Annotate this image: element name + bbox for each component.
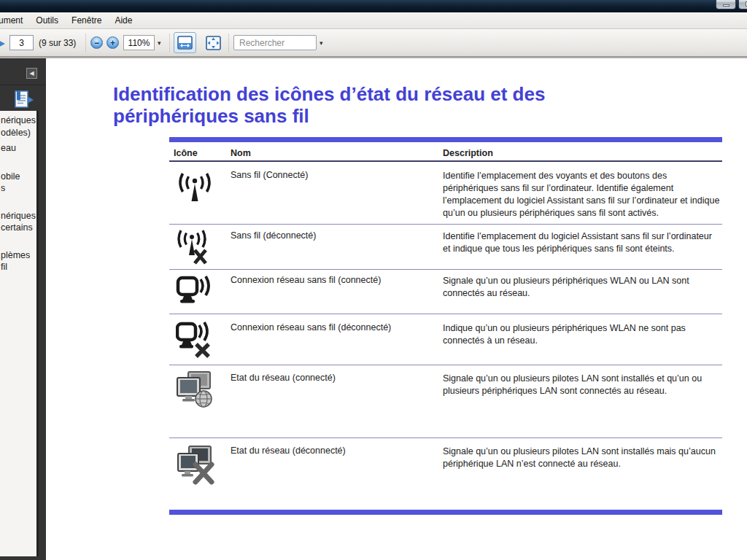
table-row: Connexion réseau sans fil (déconnecté) I… [169,314,722,365]
row-description: Identifie l’emplacement des voyants et d… [443,170,721,219]
minimize-button[interactable] [716,0,736,9]
zoom-dropdown-icon[interactable]: ▾ [158,39,161,47]
scroll-fit-width-button[interactable] [174,32,196,53]
page-count-label: (9 sur 33) [39,38,76,48]
toolbar-separator [169,34,170,52]
menu-item-document[interactable]: ument [0,12,29,28]
minimize-icon [723,4,729,7]
column-header-nom: Nom [231,148,251,158]
column-header-icone: Icône [174,148,198,158]
app-window: ument Outils Fenêtre Aide (9 sur 33) − +… [0,0,747,560]
sidebar-seam [0,85,46,85]
zoom-in-button[interactable]: + [107,36,119,49]
menu-bar: ument Outils Fenêtre Aide [0,12,747,29]
row-description: Signale qu’un ou plusieurs pilotes LAN s… [443,373,721,397]
toolbar-separator [228,34,229,52]
search-input[interactable] [233,35,317,50]
bookmark-item[interactable]: odèles) [1,128,31,138]
bookmark-item[interactable]: certains [1,222,33,233]
maximize-button[interactable] [738,0,747,9]
row-name: Sans fil (déconnecté) [231,230,436,241]
page-title: Identification des icônes d’état du rése… [113,83,628,127]
bookmarks-panel[interactable]: nériques odèles) eau obile s nériques ce… [0,111,39,556]
bookmark-item[interactable]: obile [1,171,20,182]
table-row: Sans fil (déconnecté) Identifie l’emplac… [169,225,722,270]
title-bar [0,0,747,12]
row-description: Signale qu’un ou plusieurs pilotes LAN s… [443,446,721,470]
menu-item-outils[interactable]: Outils [29,12,65,28]
wireless-disconnected-icon [176,230,212,268]
bookmarks-panel-icon [14,90,34,109]
menu-item-fenetre[interactable]: Fenêtre [65,12,108,28]
table-header: Icône Nom Description [169,142,722,162]
zoom-out-button[interactable]: − [90,36,103,49]
bookmark-item[interactable]: nériques [1,211,36,221]
network-status-disconnected-icon [176,445,217,489]
fit-page-icon [206,36,221,50]
table-row: Etat du réseau (déconnecté) Signale qu’u… [169,438,722,510]
table-row: Sans fil (Connecté) Identifie l’emplacem… [169,162,722,225]
network-status-connected-icon [176,371,215,413]
page-nav-arrow-icon[interactable] [0,38,7,52]
table-row: Connexion réseau sans fil (connecté) Sig… [169,270,722,314]
bookmark-item[interactable]: eau [1,143,16,153]
scroll-fit-width-icon [177,36,193,50]
wlan-connected-icon [176,275,212,310]
table-top-bar [169,137,722,142]
row-description: Indique qu’un ou plusieurs périphériques… [443,322,721,347]
toolbar-separator [85,34,86,52]
bookmarks-panel-button[interactable] [14,90,36,109]
page-number-input[interactable] [9,35,34,50]
collapse-panel-icon: ◀ [29,71,34,77]
column-header-description: Description [443,148,493,158]
fit-page-button[interactable] [202,32,225,53]
table-row: Etat du réseau (connecté) Signale qu’un … [169,365,722,438]
row-name: Connexion réseau sans fil (connecté) [231,275,436,285]
zoom-out-icon: − [94,39,99,47]
document-page: Identification des icônes d’état du rése… [46,58,747,560]
sidebar: ◀ nériques odèles) eau obile s [0,58,46,560]
bookmark-item[interactable]: fil [1,262,7,272]
bookmark-item[interactable]: plèmes [1,250,30,260]
collapse-panel-button[interactable]: ◀ [26,68,37,79]
bookmark-item[interactable]: nériques [1,115,36,125]
menu-item-aide[interactable]: Aide [108,12,139,28]
row-name: Sans fil (Connecté) [231,170,436,180]
toolbar: (9 sur 33) − + 110% ▾ [0,29,747,56]
zoom-in-icon: + [110,39,115,47]
row-name: Connexion réseau sans fil (déconnecté) [231,322,436,332]
row-name: Etat du réseau (connecté) [231,373,436,383]
row-description: Identifie l’emplacement du logiciel Assi… [443,230,721,255]
content-area: ◀ nériques odèles) eau obile s [0,58,747,560]
icons-table: Icône Nom Description [169,137,722,515]
row-description: Signale qu’un ou plusieurs périphériques… [443,275,721,300]
bookmark-item[interactable]: s [1,183,5,193]
table-bottom-bar [169,510,722,515]
row-name: Etat du réseau (déconnecté) [231,446,436,456]
search-dropdown-icon[interactable]: ▾ [320,39,323,47]
wlan-disconnected-icon [176,322,214,361]
zoom-level-field[interactable]: 110% [123,35,155,50]
wireless-connected-icon [176,172,214,209]
